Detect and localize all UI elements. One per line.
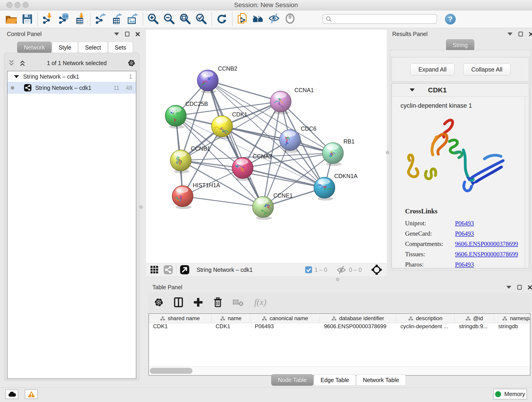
collapse-all-networks-icon[interactable] — [7, 59, 15, 67]
table-cell[interactable]: stringdb:9... — [455, 323, 494, 331]
collapse-all-button[interactable]: Collapse All — [463, 64, 510, 75]
expand-all-networks-icon[interactable] — [19, 59, 26, 67]
panel-menu-icon[interactable] — [114, 32, 119, 36]
crosslink-link[interactable]: 9606.ENSP00000378699 — [455, 239, 518, 249]
protein-header[interactable]: CDK1 — [392, 83, 529, 97]
column-header-namespace[interactable]: namespace — [494, 314, 530, 323]
node-HIST1H1A[interactable] — [172, 186, 193, 209]
node-RB1[interactable] — [322, 143, 343, 166]
help-button[interactable]: ? — [445, 14, 456, 25]
crosslink-link[interactable]: P06493 — [455, 229, 474, 239]
crosslink-link[interactable]: 9606.ENSP00000378699 — [455, 249, 518, 259]
apply-function-icon[interactable]: f(x) — [253, 296, 274, 308]
selected-checkbox-icon[interactable] — [305, 266, 312, 274]
collection-expand-icon[interactable] — [14, 75, 19, 78]
results-scrollbar[interactable] — [525, 97, 529, 268]
first-neighbors-button[interactable] — [251, 11, 267, 27]
network-options-gear-icon[interactable] — [127, 59, 136, 67]
zoom-out-button[interactable] — [161, 11, 177, 27]
search-input[interactable] — [334, 16, 434, 22]
add-column-icon[interactable] — [193, 297, 203, 307]
node-CCNB1[interactable] — [170, 150, 191, 173]
float-panel-icon[interactable] — [125, 32, 129, 36]
close-panel-icon[interactable] — [529, 32, 532, 36]
export-image-button[interactable] — [125, 11, 141, 27]
export-table-button[interactable] — [109, 11, 125, 27]
grid-view-icon[interactable] — [150, 265, 159, 274]
table-cell[interactable]: cyclin-dependent ... — [396, 323, 455, 331]
table-cell[interactable]: CDK1 — [211, 323, 251, 331]
import-table-file-button[interactable] — [72, 11, 88, 27]
close-panel-icon[interactable] — [135, 32, 140, 36]
hidden-eye-slash-icon[interactable] — [336, 265, 347, 274]
show-all-button[interactable] — [283, 11, 299, 27]
panel-menu-icon[interactable] — [506, 286, 511, 289]
column-header-canonical-name[interactable]: canonical name — [251, 314, 320, 323]
left-splitter-handle[interactable] — [139, 205, 143, 209]
edge-CCNB2-CCNA1[interactable] — [208, 80, 281, 102]
zoom-selected-button[interactable] — [193, 11, 209, 27]
warning-status-button[interactable] — [25, 389, 38, 399]
node-CCNE1[interactable] — [253, 196, 273, 220]
network-row[interactable]: String Network – cdk1 11 48 — [7, 82, 136, 94]
zoom-in-button[interactable] — [145, 11, 161, 27]
share-view-icon[interactable] — [163, 265, 173, 274]
column-header--id[interactable]: @id — [455, 314, 494, 323]
delete-table-icon[interactable] — [232, 298, 244, 307]
column-header-database-identifier[interactable]: database identifier — [320, 314, 396, 323]
tab-style[interactable]: Style — [52, 42, 78, 53]
clone-network-button[interactable] — [234, 11, 251, 27]
tab-sets[interactable]: Sets — [108, 42, 133, 53]
table-cell[interactable]: stringdb — [494, 323, 530, 331]
birdseye-icon[interactable] — [371, 264, 383, 276]
table-cell[interactable]: 9606.ENSP00000378699 — [320, 323, 396, 331]
scrollbar-thumb[interactable] — [150, 368, 192, 374]
column-header-name[interactable]: name — [211, 314, 251, 323]
network-canvas[interactable]: CCNB2CCNA1CDC25BCDK1CDC6RB1CCNB1CCNA2CDK… — [146, 30, 387, 263]
tab-string[interactable]: String — [446, 39, 474, 51]
float-panel-icon[interactable] — [517, 285, 522, 290]
tab-network[interactable]: Network — [17, 42, 51, 53]
save-session-button[interactable] — [19, 11, 35, 27]
tab-select[interactable]: Select — [78, 42, 108, 53]
hide-selected-button[interactable] — [267, 11, 283, 27]
bottom-splitter-handle[interactable] — [336, 278, 339, 281]
crosslink-link[interactable]: P06493 — [455, 218, 474, 229]
show-columns-icon[interactable] — [173, 297, 184, 307]
table-cell[interactable]: P06493 — [251, 323, 320, 331]
tab-node-table[interactable]: Node Table — [271, 374, 313, 386]
table-cell[interactable]: CDK1 — [149, 323, 211, 331]
open-in-window-icon[interactable] — [180, 265, 190, 275]
panel-menu-icon[interactable] — [507, 32, 513, 36]
node-CDKN1A[interactable] — [314, 177, 335, 201]
crosslink-link[interactable]: P06493 — [455, 259, 474, 270]
refresh-network-button[interactable] — [214, 11, 230, 27]
tab-edge-table[interactable]: Edge Table — [314, 374, 356, 386]
node-CCNA1[interactable] — [270, 91, 291, 114]
node-CDC25B[interactable] — [165, 105, 186, 128]
column-header-description[interactable]: description — [396, 314, 455, 323]
memory-button[interactable]: Memory — [493, 389, 527, 400]
tab-network-table[interactable]: Network Table — [356, 374, 406, 386]
import-network-file-button[interactable] — [40, 11, 56, 27]
node-label-CCNA2: CCNA2 — [253, 153, 272, 160]
export-network-button[interactable] — [93, 11, 109, 27]
float-panel-icon[interactable] — [519, 32, 523, 36]
column-header-shared-name[interactable]: shared name — [149, 314, 211, 323]
delete-column-icon[interactable] — [213, 297, 223, 307]
table-row[interactable]: CDK1CDK1P064939606.ENSP00000378699cyclin… — [149, 323, 530, 331]
node-CCNB2[interactable] — [197, 70, 218, 93]
zoom-fit-button[interactable] — [177, 11, 193, 27]
edge-HIST1H1A-CCNE1[interactable] — [183, 196, 263, 207]
table-settings-gear-icon[interactable] — [153, 297, 164, 307]
collapse-protein-icon[interactable] — [410, 89, 415, 91]
open-session-button[interactable] — [3, 11, 19, 27]
table-horizontal-scrollbar[interactable] — [149, 366, 530, 375]
network-collection-row[interactable]: String Network – cdk1 1 — [7, 71, 136, 82]
cloud-status-button[interactable] — [5, 389, 18, 399]
search-box[interactable] — [323, 14, 437, 24]
import-network-database-button[interactable] — [56, 11, 72, 27]
expand-all-button[interactable]: Expand All — [410, 64, 455, 75]
node-table[interactable]: shared namenamecanonical namedatabase id… — [148, 313, 530, 376]
close-panel-icon[interactable] — [528, 285, 532, 290]
